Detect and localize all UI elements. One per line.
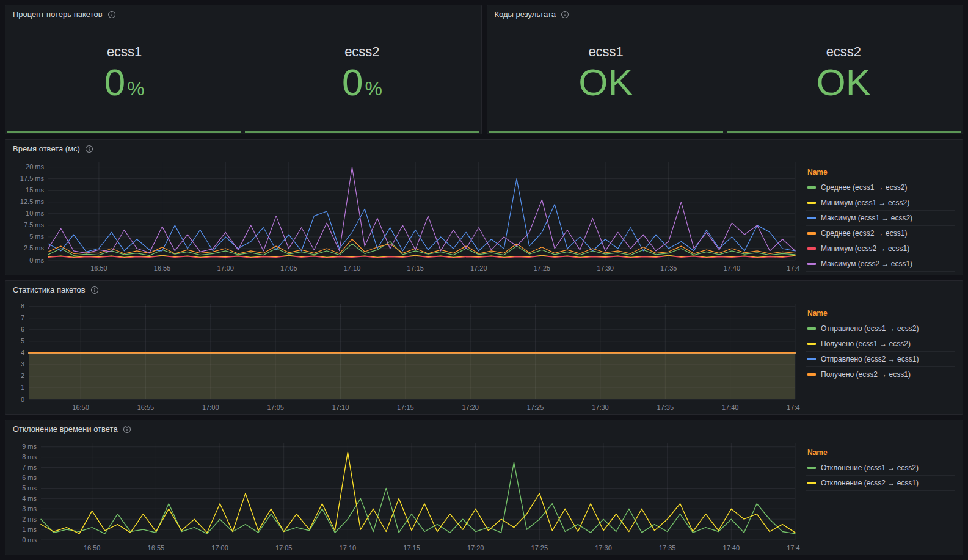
x-tick-label: 16:50: [90, 264, 107, 272]
y-tick-label: 4: [21, 349, 24, 356]
legend-item[interactable]: Отправлено (ecss1 → ecss2): [806, 321, 955, 336]
y-tick-label: 6 ms: [22, 474, 37, 481]
x-tick-label: 17:05: [280, 264, 297, 272]
x-tick-label: 16:50: [72, 404, 89, 411]
chart-body: 16:5016:5517:0017:0517:1017:1517:2017:25…: [5, 155, 963, 275]
panel-title[interactable]: Время ответа (мс): [13, 144, 80, 153]
x-tick-label: 17:30: [597, 264, 614, 272]
legend-item[interactable]: Отклонение (ecss1 → ecss2): [806, 460, 955, 476]
x-tick-label: 16:55: [148, 544, 165, 551]
x-tick-label: 17:25: [527, 404, 544, 411]
top-row: Процент потерь пакетов ecss1 0% ecss2 0%: [5, 5, 963, 134]
y-tick-label: 0 ms: [29, 256, 44, 264]
series-line-1: [41, 452, 795, 534]
legend-item[interactable]: Отклонение (ecss2 → ecss1): [806, 476, 955, 491]
stat-sparkline: [489, 131, 723, 133]
legend-header[interactable]: Name: [806, 166, 955, 180]
y-tick-label: 3: [21, 360, 24, 368]
x-tick-label: 17:20: [467, 544, 484, 551]
panel-header: Коды результата: [487, 5, 963, 21]
legend-series-label: Отклонение (ecss2 → ecss1): [821, 479, 919, 487]
y-tick-label: 9 ms: [22, 443, 37, 450]
panel-header: Статистика пакетов: [5, 281, 963, 296]
info-icon[interactable]: [85, 145, 93, 153]
panel-deviation: Отклонение времени ответа 16:5016:5517:0…: [5, 420, 963, 555]
x-tick-label: 17:10: [332, 404, 349, 411]
info-icon[interactable]: [107, 10, 116, 19]
x-tick-label: 17:40: [722, 404, 739, 411]
info-icon[interactable]: [123, 425, 131, 434]
x-tick-label: 16:55: [154, 264, 171, 272]
series-line-0: [41, 462, 795, 534]
chart-packet-stats[interactable]: 16:5016:5517:0017:0517:1017:1517:2017:25…: [10, 297, 800, 413]
x-tick-label: 17:15: [407, 264, 424, 272]
panel-header: Время ответа (мс): [5, 140, 963, 155]
stat-sparkline: [7, 131, 241, 133]
legend-series-label: Максимум (ecss1 → ecss2): [821, 214, 912, 222]
stat-row: ecss1 0% ecss2 0%: [5, 21, 481, 134]
y-tick-label: 1 ms: [22, 526, 37, 533]
y-tick-label: 7: [21, 314, 24, 321]
x-tick-label: 17:25: [534, 264, 551, 272]
legend-item[interactable]: Максимум (ecss2 → ecss1): [806, 256, 955, 272]
y-tick-label: 2: [21, 372, 24, 379]
legend-item[interactable]: Минимум (ecss2 → ecss1): [806, 241, 955, 256]
stat-value: OK: [578, 64, 633, 101]
stat-number: OK: [578, 64, 633, 101]
panel-title[interactable]: Отклонение времени ответа: [13, 424, 118, 434]
x-tick-label: 17:05: [275, 544, 293, 551]
legend-series-swatch: [807, 247, 816, 250]
legend-item[interactable]: Среднее (ecss2 → ecss1): [806, 226, 955, 241]
legend-item[interactable]: Получено (ecss2 → ecss1): [806, 367, 955, 382]
y-tick-label: 0 ms: [22, 536, 37, 544]
panel-header: Процент потерь пакетов: [5, 5, 481, 21]
stat-sparkline: [245, 131, 479, 133]
legend-header[interactable]: Name: [806, 446, 955, 460]
stat-label: ecss2: [826, 44, 861, 60]
info-icon[interactable]: [561, 10, 569, 19]
stat-sparkline: [727, 131, 961, 133]
x-tick-label: 17:25: [531, 544, 548, 551]
stat-number: OK: [817, 64, 872, 101]
y-tick-label: 7.5 ms: [24, 221, 45, 228]
stat-label: ecss1: [107, 44, 142, 60]
legend-item[interactable]: Среднее (ecss1 → ecss2): [806, 180, 955, 195]
legend-series-label: Отправлено (ecss1 → ecss2): [821, 324, 919, 333]
stat-label: ecss1: [588, 44, 623, 60]
stat-unit: %: [365, 79, 382, 98]
legend-item[interactable]: Максимум (ecss1 → ecss2): [806, 211, 955, 226]
legend-series-label: Минимум (ecss1 → ecss2): [821, 198, 909, 207]
legend-header[interactable]: Name: [806, 307, 955, 321]
chart-svg[interactable]: 16:5016:5517:0017:0517:1017:1517:2017:25…: [10, 297, 800, 413]
stat-label: ecss2: [344, 44, 379, 60]
legend-series-swatch: [807, 217, 816, 219]
x-tick-label: 17:45: [787, 264, 800, 272]
x-tick-label: 17:15: [397, 404, 414, 411]
x-tick-label: 17:35: [657, 404, 674, 411]
chart-deviation[interactable]: 16:5016:5517:0017:0517:1017:1517:2017:25…: [10, 437, 800, 553]
chart-response-time[interactable]: 16:5016:5517:0017:0517:1017:1517:2017:25…: [10, 156, 800, 274]
x-tick-label: 17:05: [267, 404, 284, 411]
stat-ecss2-code: ecss2 OK: [725, 21, 963, 134]
x-tick-label: 17:40: [724, 264, 741, 272]
y-tick-label: 2 ms: [22, 515, 37, 523]
stat-ecss2-loss: ecss2 0%: [243, 21, 481, 134]
legend-item[interactable]: Получено (ecss1 → ecss2): [806, 336, 955, 352]
panel-title[interactable]: Процент потерь пакетов: [13, 10, 103, 19]
x-tick-label: 17:00: [217, 264, 234, 272]
info-icon[interactable]: [90, 286, 99, 294]
y-tick-label: 5 ms: [29, 233, 44, 240]
y-tick-label: 6: [21, 325, 24, 333]
panel-title[interactable]: Коды результата: [495, 10, 556, 19]
legend-item[interactable]: Отправлено (ecss2 → ecss1): [806, 352, 955, 367]
chart-svg[interactable]: 16:5016:5517:0017:0517:1017:1517:2017:25…: [10, 156, 800, 274]
panel-title[interactable]: Статистика пакетов: [13, 285, 86, 294]
y-tick-label: 2.5 ms: [24, 244, 45, 252]
legend-deviation: NameОтклонение (ecss1 → ecss2)Отклонение…: [800, 437, 959, 553]
chart-svg[interactable]: 16:5016:5517:0017:0517:1017:1517:2017:25…: [10, 437, 800, 553]
y-tick-label: 12.5 ms: [20, 198, 45, 205]
y-tick-label: 15 ms: [26, 186, 44, 194]
y-tick-label: 8 ms: [22, 453, 37, 460]
legend-series-label: Среднее (ecss1 → ecss2): [821, 183, 907, 192]
legend-item[interactable]: Минимум (ecss1 → ecss2): [806, 195, 955, 211]
